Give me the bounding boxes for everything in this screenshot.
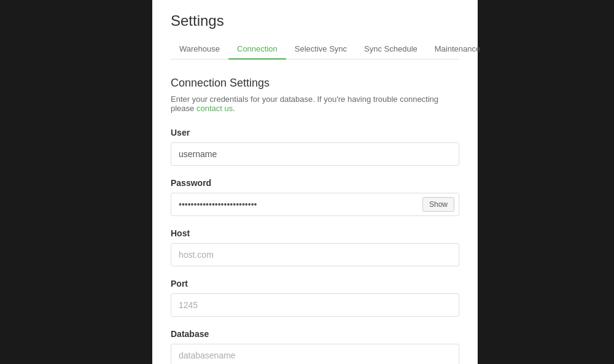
tab-sync-schedule[interactable]: Sync Schedule	[356, 39, 426, 60]
tab-warehouse[interactable]: Warehouse	[171, 39, 228, 60]
host-input[interactable]	[171, 243, 459, 266]
port-input[interactable]	[171, 293, 459, 317]
port-field-group: Port	[171, 279, 459, 317]
section-title: Connection Settings	[171, 77, 459, 90]
port-label: Port	[171, 279, 459, 288]
right-panel	[478, 0, 614, 364]
settings-panel: Settings Warehouse Connection Selective …	[152, 0, 478, 364]
host-field-group: Host	[171, 228, 459, 266]
password-field-group: Password Show	[171, 178, 459, 216]
contact-us-link[interactable]: contact us	[196, 104, 233, 113]
show-password-button[interactable]: Show	[422, 197, 454, 212]
database-label: Database	[171, 329, 459, 339]
database-input[interactable]	[171, 344, 459, 364]
tab-maintenance[interactable]: Maintenance	[426, 39, 489, 60]
password-wrapper: Show	[171, 193, 459, 216]
password-input[interactable]	[171, 193, 459, 216]
host-label: Host	[171, 228, 459, 238]
page-title: Settings	[171, 12, 459, 29]
user-field-group: User	[171, 128, 459, 166]
tab-navigation: Warehouse Connection Selective Sync Sync…	[171, 39, 459, 60]
password-label: Password	[171, 178, 459, 188]
tab-connection[interactable]: Connection	[228, 39, 286, 60]
tab-selective-sync[interactable]: Selective Sync	[286, 39, 356, 60]
database-field-group: Database	[171, 329, 459, 364]
section-description: Enter your credentials for your database…	[171, 95, 459, 113]
user-input[interactable]	[171, 142, 459, 166]
user-label: User	[171, 128, 459, 137]
left-panel	[0, 0, 152, 364]
